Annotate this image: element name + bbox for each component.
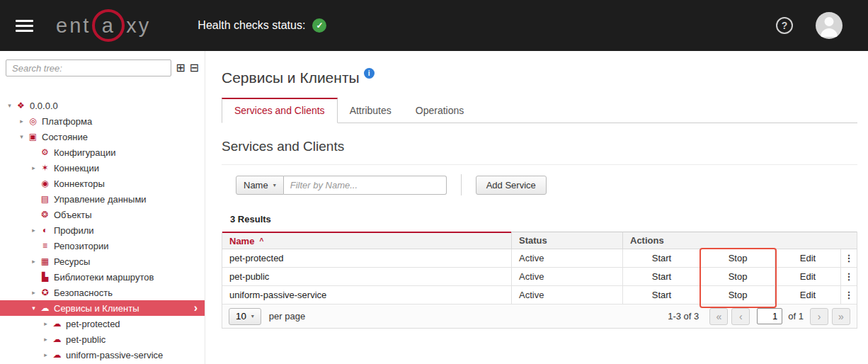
health-ok-icon: ✓ <box>312 18 326 33</box>
table-header-row: Name ^ Status Actions <box>222 232 857 249</box>
sidebar-item-resources[interactable]: ▸ ▦ Ресурсы <box>0 254 205 269</box>
sidebar-item-security[interactable]: ▸ ✪ Безопасность <box>0 285 205 300</box>
row-menu-icon[interactable]: ⋮ <box>840 268 857 285</box>
sidebar-item-repositories[interactable]: ≡ Репозитории <box>0 238 205 254</box>
repositories-icon: ≡ <box>39 241 51 251</box>
help-icon[interactable]: ? <box>776 17 793 34</box>
page-number-input[interactable] <box>757 308 782 324</box>
expand-all-icon[interactable]: ⊞ <box>176 62 185 74</box>
tree-item-label: pet-public <box>66 334 105 345</box>
tree-chevron-icon[interactable]: ▸ <box>28 258 39 265</box>
tab-services-and-clients[interactable]: Services and Clients <box>222 98 338 123</box>
tree-search-input[interactable] <box>6 59 171 76</box>
tree-chevron-icon[interactable]: ▸ <box>16 118 27 125</box>
sidebar-item-profiles[interactable]: ▸ ◐ Профили <box>0 222 205 238</box>
sidebar-item-pet-public[interactable]: ▸ ☁ pet-public <box>0 331 205 347</box>
edit-button[interactable]: Edit <box>775 286 840 304</box>
tree-item-label: Состояние <box>42 132 88 142</box>
service-name-cell[interactable]: uniform-passive-service <box>222 286 511 304</box>
next-page-button[interactable]: › <box>810 308 828 325</box>
tree-item-label: 0.0.0.0 <box>30 101 58 111</box>
column-header-actions: Actions <box>622 232 857 249</box>
sidebar-item-connectors[interactable]: ◉ Коннекторы <box>0 176 205 191</box>
edit-button[interactable]: Edit <box>775 268 840 285</box>
start-button[interactable]: Start <box>622 249 700 267</box>
tree-chevron-icon[interactable]: ▸ <box>28 164 39 171</box>
collapse-all-icon[interactable]: ⊟ <box>190 62 199 74</box>
tree-chevron-icon[interactable]: ▾ <box>28 305 39 312</box>
logo-text-circled: a <box>102 14 115 38</box>
health-checks-status: Health checks status: ✓ <box>198 18 326 33</box>
tree-chevron-icon[interactable]: ▸ <box>28 227 39 234</box>
data-management-icon: ▤ <box>39 194 51 204</box>
tree-chevron-icon[interactable]: ▸ <box>28 289 39 296</box>
sidebar-item-root-0-0-0-0[interactable]: ▾ ❖ 0.0.0.0 <box>0 98 205 113</box>
tree-chevron-icon[interactable]: ▸ <box>40 351 51 358</box>
chevron-down-icon: ▾ <box>251 313 254 319</box>
sidebar-item-objects[interactable]: ❂ Объекты <box>0 207 205 222</box>
column-header-name[interactable]: Name ^ <box>222 232 511 249</box>
sidebar-item-configurations[interactable]: ⚙ Конфигурации <box>0 144 205 160</box>
tree-chevron-icon[interactable]: ▸ <box>40 320 51 327</box>
prev-page-button[interactable]: ‹ <box>731 308 750 325</box>
start-button[interactable]: Start <box>622 286 700 304</box>
service-name-cell[interactable]: pet-protected <box>222 249 511 267</box>
stop-button[interactable]: Stop <box>700 268 775 285</box>
edit-button[interactable]: Edit <box>775 249 840 267</box>
filter-row: Name ▾ Add Service <box>222 165 857 205</box>
tree-item-label: Конфигурации <box>54 147 115 158</box>
main-panel: Сервисы и Клиенты i Services and Clients… <box>205 51 868 364</box>
first-page-button[interactable]: « <box>709 308 728 325</box>
tree-item-label: Управление данными <box>54 194 147 205</box>
selected-item-arrow-icon: › <box>194 302 198 314</box>
column-header-status[interactable]: Status <box>511 232 622 249</box>
avatar-head-icon <box>825 17 834 26</box>
tab-operations[interactable]: Operations <box>404 99 476 123</box>
sidebar-item-state[interactable]: ▾ ▣ Состояние <box>0 129 205 144</box>
sidebar-item-platform[interactable]: ▸ ◎ Платформа <box>0 113 205 129</box>
stop-button[interactable]: Stop <box>700 249 775 267</box>
menu-icon[interactable] <box>16 20 33 32</box>
logo-ring-icon: a <box>92 9 125 42</box>
sidebar: ⊞ ⊟ ▾ ❖ 0.0.0.0 ▸ ◎ Платформа ▾ ▣ Состоя… <box>0 51 205 364</box>
page-size-select[interactable]: 10 ▾ <box>229 308 261 325</box>
sidebar-item-pet-protected[interactable]: ▸ ☁ pet-protected <box>0 316 205 331</box>
tree-item-label: uniform-passive-service <box>66 350 163 360</box>
configurations-icon: ⚙ <box>39 147 51 157</box>
sidebar-item-data-management[interactable]: ▤ Управление данными <box>0 191 205 207</box>
sidebar-item-services-and-clients[interactable]: ▾ ☁ Сервисы и Клиенты › <box>0 300 205 316</box>
service-icon: ☁ <box>51 334 63 344</box>
content-area: ⊞ ⊟ ▾ ❖ 0.0.0.0 ▸ ◎ Платформа ▾ ▣ Состоя… <box>0 51 868 364</box>
stop-button[interactable]: Stop <box>700 286 775 304</box>
avatar-body-icon <box>821 28 838 37</box>
sidebar-item-route-libraries[interactable]: ▙ Библиотеки маршрутов <box>0 269 205 285</box>
resources-icon: ▦ <box>39 256 51 266</box>
info-icon[interactable]: i <box>364 68 375 79</box>
user-avatar[interactable] <box>816 12 843 39</box>
start-button[interactable]: Start <box>622 268 700 285</box>
last-page-button[interactable]: » <box>832 308 850 325</box>
service-name-cell[interactable]: pet-public <box>222 268 511 285</box>
sidebar-item-uniform-passive-service[interactable]: ▸ ☁ uniform-passive-service <box>0 347 205 363</box>
tree-item-label: Безопасность <box>54 288 113 298</box>
health-checks-label: Health checks status: <box>198 19 305 32</box>
cluster-icon: ❖ <box>15 101 27 110</box>
service-icon: ☁ <box>51 350 63 360</box>
status-cell: Active <box>511 286 622 304</box>
tree-chevron-icon[interactable]: ▾ <box>4 102 15 109</box>
sidebar-item-connections[interactable]: ▸ ✶ Коннекции <box>0 160 205 176</box>
add-service-button[interactable]: Add Service <box>476 176 547 195</box>
tab-attributes[interactable]: Attributes <box>338 99 404 123</box>
filter-input[interactable] <box>284 176 447 195</box>
platform-icon: ◎ <box>27 116 39 126</box>
services-and-clients-icon: ☁ <box>39 303 51 313</box>
row-menu-icon[interactable]: ⋮ <box>840 249 857 267</box>
row-menu-icon[interactable]: ⋮ <box>840 286 857 304</box>
tree-chevron-icon[interactable]: ▾ <box>16 133 27 140</box>
tree-chevron-icon[interactable]: ▸ <box>40 336 51 343</box>
filter-field-dropdown[interactable]: Name ▾ <box>236 176 284 195</box>
section-heading: Services and Clients <box>222 139 857 154</box>
page-size-value: 10 <box>236 311 246 322</box>
tree-item-label: Коннекторы <box>54 178 105 189</box>
tree-item-label: pet-protected <box>66 319 120 329</box>
